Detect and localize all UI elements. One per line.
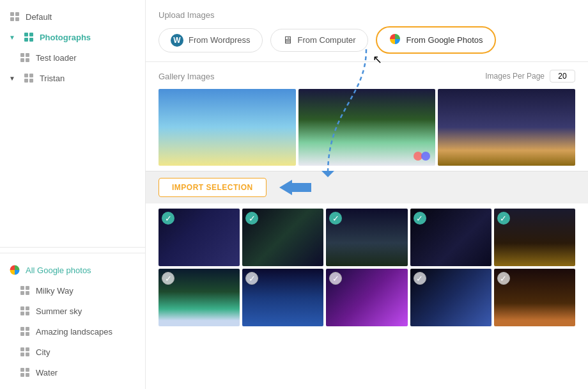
svg-rect-5 [29,33,33,36]
city-icon [19,346,31,358]
svg-rect-10 [20,58,24,62]
svg-rect-22 [20,312,24,315]
photo-cell-2[interactable]: ✓ [242,209,323,266]
import-selection-button[interactable]: IMPORT SELECTION [159,178,267,197]
photo-cell-1[interactable]: ✓ [159,209,240,266]
sidebar-item-milky-way[interactable]: Milky Way [0,280,145,301]
google-photos-icon [9,264,20,276]
tristan-icon [23,72,35,84]
default-icon [9,11,20,22]
from-wordpress-label: From Wordpress [189,35,251,45]
photo-check-7: ✓ [245,272,258,285]
sidebar-divider [0,247,145,248]
sidebar-item-default[interactable]: Default [0,6,145,27]
sidebar-item-photographs[interactable]: ▼ Photographs [0,27,145,47]
photographs-label: Photographs [40,33,91,42]
svg-rect-17 [26,286,29,290]
photo-cell-9[interactable]: ✓ [410,269,491,326]
water-label: Water [36,368,58,377]
photo-cell-3[interactable]: ✓ [326,209,407,266]
images-per-page-container: Images Per Page [485,70,575,83]
sidebar-item-test-loader[interactable]: Test loader [0,47,145,68]
import-selection-label: IMPORT SELECTION [172,183,253,192]
photo-cell-8[interactable]: ✓ [326,269,407,326]
upload-section: Upload Images W From Wordpress 🖥 From Co… [146,0,588,62]
images-per-page-input[interactable] [550,70,575,83]
svg-rect-35 [26,373,29,377]
svg-rect-20 [20,306,24,310]
summer-sky-label: Summer sky [36,306,82,316]
amazing-landscapes-label: Amazing landscapes [36,327,112,337]
upload-buttons: W From Wordpress 🖥 From Computer [159,26,575,54]
sidebar-top: Default ▼ Photographs Test loader ▼ Tris… [0,0,145,242]
gallery-image-3[interactable] [438,89,575,166]
photo-cell-4[interactable]: ✓ [410,209,491,266]
photo-check-8: ✓ [329,272,342,285]
photo-cell-10[interactable]: ✓ [494,269,575,326]
svg-rect-25 [26,327,29,331]
photographs-caret: ▼ [9,34,15,41]
milky-way-icon [19,285,31,296]
svg-rect-7 [29,38,33,42]
sidebar-item-summer-sky[interactable]: Summer sky [0,301,145,321]
svg-rect-32 [20,368,24,372]
svg-rect-33 [26,368,29,372]
svg-rect-13 [29,74,33,77]
import-bar: IMPORT SELECTION [146,171,588,203]
photo-check-9: ✓ [414,272,426,285]
svg-rect-6 [24,38,28,42]
photo-cell-5[interactable]: ✓ [494,209,575,266]
from-google-photos-button[interactable]: From Google Photos [376,26,496,54]
svg-rect-2 [10,17,14,21]
photographs-icon [23,31,35,43]
sidebar-item-amazing-landscapes[interactable]: Amazing landscapes [0,321,145,342]
gallery-image-2[interactable] [298,89,436,166]
photo-check-4: ✓ [414,212,426,225]
sidebar-item-city[interactable]: City [0,342,145,362]
svg-rect-30 [20,353,24,356]
from-computer-button[interactable]: 🖥 From Computer [270,29,368,52]
svg-rect-4 [24,33,28,36]
photo-check-1: ✓ [162,212,174,225]
sidebar-item-water[interactable]: Water [0,362,145,383]
milky-way-label: Milky Way [36,286,74,296]
photo-check-5: ✓ [497,212,510,225]
import-arrow-icon [279,180,311,195]
gallery-images-label: Gallery Images [159,72,214,81]
computer-icon: 🖥 [282,35,293,46]
summer-sky-icon [19,305,31,317]
svg-rect-23 [26,312,29,315]
test-loader-icon [19,52,31,63]
svg-rect-24 [20,327,24,331]
sidebar-bottom: All Google photos Milky Way Summer sky A… [0,253,145,389]
from-computer-label: From Computer [298,35,356,45]
svg-rect-14 [24,79,28,83]
svg-rect-31 [26,353,29,356]
svg-marker-37 [279,180,311,195]
tristan-label: Tristan [40,74,65,83]
photo-cell-7[interactable]: ✓ [242,269,323,326]
upload-label: Upload Images [159,10,575,20]
sidebar-item-tristan[interactable]: ▼ Tristan [0,68,145,88]
svg-rect-1 [15,12,19,16]
svg-rect-18 [20,291,24,295]
sidebar: Default ▼ Photographs Test loader ▼ Tris… [0,0,146,389]
svg-rect-21 [26,306,29,310]
tristan-caret: ▼ [9,75,15,82]
svg-rect-8 [20,53,24,57]
from-wordpress-button[interactable]: W From Wordpress [159,28,263,52]
photo-check-10: ✓ [497,272,510,285]
from-google-photos-label: From Google Photos [406,35,483,45]
svg-rect-9 [26,53,29,57]
svg-rect-29 [26,347,29,351]
google-photos-btn-icon [389,33,401,47]
svg-rect-3 [15,17,19,21]
photo-cell-6[interactable]: ✓ [159,269,240,326]
svg-rect-16 [20,286,24,290]
svg-rect-34 [20,373,24,377]
sidebar-item-all-google-photos[interactable]: All Google photos [0,260,145,280]
gallery-image-1[interactable] [159,89,296,166]
svg-rect-28 [20,347,24,351]
google-photos-grid: ✓ ✓ ✓ ✓ ✓ ✓ ✓ ✓ [146,203,588,389]
photo-check-3: ✓ [329,212,342,225]
